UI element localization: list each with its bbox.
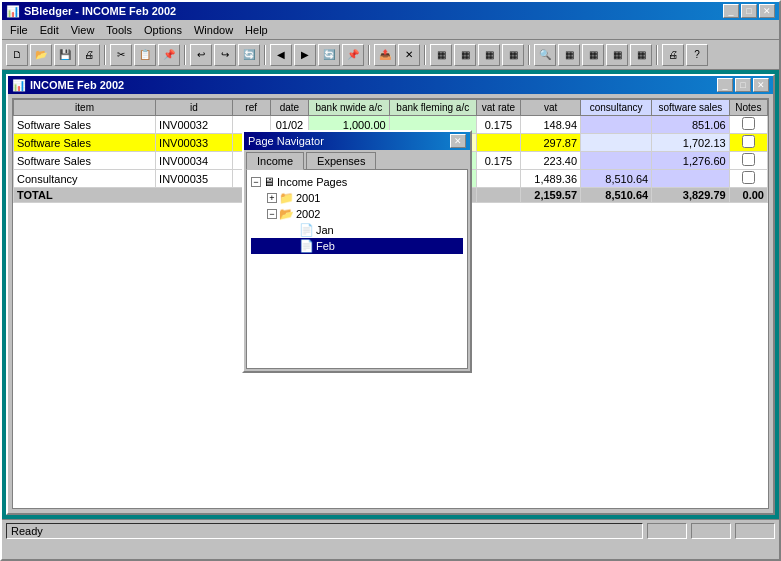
cell-vat-rate [476,134,520,152]
inner-title-text: 📊 INCOME Feb 2002 [12,79,124,92]
col-vat-rate: vat rate [476,100,520,116]
menu-view[interactable]: View [65,21,101,39]
notes-checkbox-3[interactable] [742,153,755,166]
tb-next[interactable]: ▶ [294,44,316,66]
tb-export[interactable]: 📤 [374,44,396,66]
total-consultancy: 8,510.64 [581,188,652,203]
cell-notes [729,152,767,170]
nav-title-bar: Page Navigator ✕ [244,132,470,150]
cell-vat-rate: 0.175 [476,152,520,170]
tb-print[interactable]: 🖨 [78,44,100,66]
cell-vat: 1,489.36 [521,170,581,188]
app-icon: 📊 [6,5,20,18]
notes-checkbox-2[interactable] [742,135,755,148]
cell-notes [729,170,767,188]
status-panel-2 [691,523,731,539]
tb-help[interactable]: ? [686,44,708,66]
menu-tools[interactable]: Tools [100,21,138,39]
tb-b2[interactable]: ▦ [454,44,476,66]
inner-close[interactable]: ✕ [753,78,769,92]
menu-bar: File Edit View Tools Options Window Help [2,20,779,40]
cell-vat: 297.87 [521,134,581,152]
nav-tab-income[interactable]: Income [246,152,304,170]
toolbar-sep-6 [528,45,530,65]
page-navigator: Page Navigator ✕ Income Expenses − 🖥 Inc… [242,130,472,373]
tb-undo[interactable]: ↩ [190,44,212,66]
table-header-row: item id ref date bank nwide a/c bank fle… [14,100,768,116]
nav-tab-expenses[interactable]: Expenses [306,152,376,169]
tb-delete[interactable]: ✕ [398,44,420,66]
inner-minimize[interactable]: _ [717,78,733,92]
menu-file[interactable]: File [4,21,34,39]
minimize-button[interactable]: _ [723,4,739,18]
tree-expand-2002[interactable]: − [267,209,277,219]
tree-expand-2001[interactable]: + [267,193,277,203]
tb-paste[interactable]: 📌 [158,44,180,66]
tree-label-2002: 2002 [296,208,320,220]
maximize-button[interactable]: □ [741,4,757,18]
nav-close-button[interactable]: ✕ [450,134,466,148]
tb-save[interactable]: 💾 [54,44,76,66]
notes-checkbox-1[interactable] [742,117,755,130]
tb-b5[interactable]: ▦ [558,44,580,66]
status-panel-3 [735,523,775,539]
menu-help[interactable]: Help [239,21,274,39]
tree-item-2001[interactable]: + 📁 2001 [251,190,463,206]
cell-consultancy [581,116,652,134]
tb-refresh[interactable]: 🔄 [238,44,260,66]
tb-pin[interactable]: 📌 [342,44,364,66]
status-panel-1 [647,523,687,539]
cell-notes [729,116,767,134]
cell-vat: 148.94 [521,116,581,134]
tree-item-2002[interactable]: − 📂 2002 [251,206,463,222]
col-consultancy: consultancy [581,100,652,116]
inner-title-bar: 📊 INCOME Feb 2002 _ □ ✕ [8,76,773,94]
tree-item-jan[interactable]: 📄 Jan [251,222,463,238]
col-id: id [156,100,233,116]
tb-open[interactable]: 📂 [30,44,52,66]
toolbar-sep-7 [656,45,658,65]
cell-item: Software Sales [14,134,156,152]
tb-b4[interactable]: ▦ [502,44,524,66]
total-vat: 2,159.57 [521,188,581,203]
toolbar-sep-1 [104,45,106,65]
app-title-text: 📊 SBledger - INCOME Feb 2002 [6,5,176,18]
tb-b3[interactable]: ▦ [478,44,500,66]
toolbar-sep-2 [184,45,186,65]
menu-options[interactable]: Options [138,21,188,39]
tree-label-2001: 2001 [296,192,320,204]
cell-software-sales: 851.06 [652,116,730,134]
tree-item-feb[interactable]: 📄 Feb [251,238,463,254]
inner-maximize[interactable]: □ [735,78,751,92]
tb-search[interactable]: 🔍 [534,44,556,66]
cell-id: INV00034 [156,152,233,170]
tb-cut[interactable]: ✂ [110,44,132,66]
tree-expand-root[interactable]: − [251,177,261,187]
menu-edit[interactable]: Edit [34,21,65,39]
tb-new[interactable]: 🗋 [6,44,28,66]
close-button[interactable]: ✕ [759,4,775,18]
cell-item: Software Sales [14,116,156,134]
tb-b1[interactable]: ▦ [430,44,452,66]
col-item: item [14,100,156,116]
cell-software-sales: 1,702.13 [652,134,730,152]
tb-print2[interactable]: 🖨 [662,44,684,66]
main-area: 📊 INCOME Feb 2002 _ □ ✕ item id ref [2,70,779,541]
col-bank-nwide: bank nwide a/c [309,100,390,116]
tb-b7[interactable]: ▦ [606,44,628,66]
menu-window[interactable]: Window [188,21,239,39]
tree-item-root[interactable]: − 🖥 Income Pages [251,174,463,190]
title-bar-controls: _ □ ✕ [723,4,775,18]
tb-refresh2[interactable]: 🔄 [318,44,340,66]
cell-vat-rate: 0.175 [476,116,520,134]
tb-b6[interactable]: ▦ [582,44,604,66]
col-vat: vat [521,100,581,116]
tb-redo[interactable]: ↪ [214,44,236,66]
notes-checkbox-4[interactable] [742,171,755,184]
tb-b8[interactable]: ▦ [630,44,652,66]
col-software-sales: software sales [652,100,730,116]
tb-copy[interactable]: 📋 [134,44,156,66]
tb-prev[interactable]: ◀ [270,44,292,66]
cell-vat-rate [476,170,520,188]
total-last: 0.00 [729,188,767,203]
